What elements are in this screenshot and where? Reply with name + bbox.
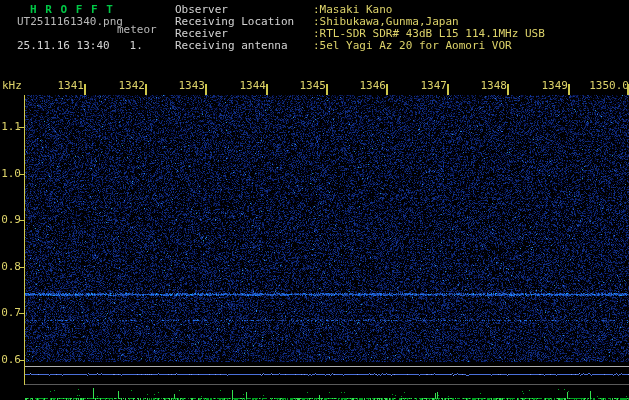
y-axis-line [24, 95, 25, 385]
spectrogram-canvas [0, 0, 629, 400]
x-axis-label: 1348 [480, 80, 507, 91]
y-axis-label: 1.1 [0, 121, 21, 132]
info-label-antenna: Receiving antenna [175, 40, 288, 51]
x-axis-tick [568, 84, 570, 95]
y-axis-tick [19, 313, 24, 314]
hrofft-output-image: H R O F F T UT2511161340.png meteor 25.1… [0, 0, 629, 400]
x-axis-label: 1350.0 [588, 80, 629, 91]
x-axis-label: 1349 [541, 80, 568, 91]
x-axis-tick [84, 84, 86, 95]
info-label-location: Receiving Location [175, 16, 294, 27]
y-axis-tick [19, 127, 24, 128]
x-axis-tick [386, 84, 388, 95]
info-value-receiver: :RTL-SDR SDR# 43dB L15 114.1MHz USB [313, 28, 545, 39]
app-title: H R O F F T [30, 4, 114, 15]
observation-mode: meteor [117, 24, 157, 35]
y-axis-label: 0.8 [0, 261, 21, 272]
x-axis-label: 1347 [420, 80, 447, 91]
timestamp: 25.11.16 13:40 1. [17, 40, 143, 51]
info-value-location: :Shibukawa,Gunma,Japan [313, 16, 459, 27]
x-axis-tick [447, 84, 449, 95]
x-axis-tick [205, 84, 207, 95]
y-axis-label: 0.7 [0, 307, 21, 318]
x-axis-label: 1342 [118, 80, 145, 91]
x-axis-label: 1345 [299, 80, 326, 91]
y-axis-label: 0.9 [0, 214, 21, 225]
info-label-receiver: Receiver [175, 28, 228, 39]
y-axis-label: 1.0 [0, 168, 21, 179]
x-axis-label: 1346 [359, 80, 386, 91]
info-label-observer: Observer [175, 4, 228, 15]
x-axis-tick [145, 84, 147, 95]
output-filename: UT2511161340.png [17, 16, 123, 27]
x-axis-label: 1344 [239, 80, 266, 91]
x-axis-tick [326, 84, 328, 95]
x-axis-tick [507, 84, 509, 95]
x-axis-tick [266, 84, 268, 95]
y-axis-tick [19, 267, 24, 268]
y-axis-tick [19, 220, 24, 221]
info-value-antenna: :5el Yagi Az 20 for Aomori VOR [313, 40, 512, 51]
y-axis-tick [19, 174, 24, 175]
x-axis-label: 1341 [57, 80, 84, 91]
y-axis-unit-label: kHz [2, 80, 22, 91]
y-axis-tick [19, 360, 24, 361]
x-axis-label: 1343 [178, 80, 205, 91]
info-value-observer: :Masaki Kano [313, 4, 392, 15]
y-axis-label: 0.6 [0, 354, 21, 365]
